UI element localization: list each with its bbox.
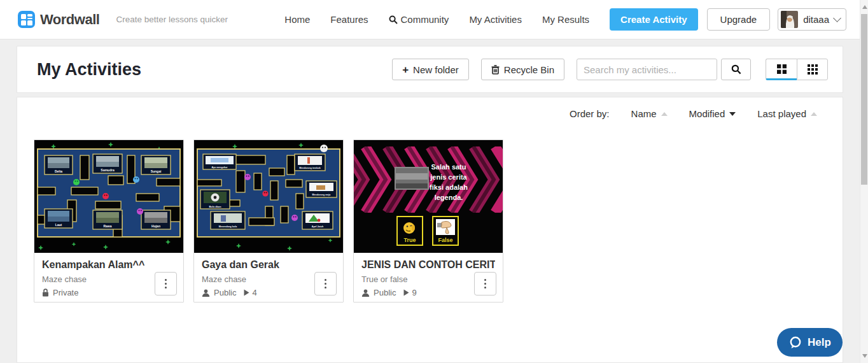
svg-text:Ayo mengukur: Ayo mengukur: [211, 166, 228, 169]
user-menu[interactable]: ditaaa: [778, 8, 846, 31]
play-count: 4: [244, 288, 256, 297]
page-header-panel: My Activities + New folder Recycle Bin: [17, 46, 843, 93]
create-activity-button[interactable]: Create Activity: [610, 8, 698, 31]
order-by-bar: Order by: Name Modified Last played: [570, 108, 817, 119]
activity-card-footer: Gaya dan Gerak Maze chase Public 4: [194, 253, 343, 302]
svg-text:Rawa: Rawa: [103, 224, 111, 228]
activity-options-button[interactable]: [474, 272, 496, 295]
chevron-down-icon: [833, 14, 841, 22]
svg-text:Delta: Delta: [55, 169, 62, 173]
svg-text:Samudra: Samudra: [101, 168, 115, 172]
svg-text:Laut: Laut: [55, 223, 62, 227]
plus-icon: +: [402, 64, 409, 75]
sort-asc-icon: [811, 112, 817, 116]
activity-options-button[interactable]: [314, 272, 337, 295]
order-by-label: Order by:: [570, 108, 610, 119]
sort-desc-icon: [729, 112, 736, 116]
nav-features[interactable]: Features: [330, 14, 368, 25]
svg-text:Mendorong meja: Mendorong meja: [312, 194, 332, 196]
visibility-label: Public: [374, 288, 396, 297]
svg-text:Sungai: Sungai: [151, 169, 162, 173]
scroll-down-arrow[interactable]: [862, 354, 867, 358]
new-folder-button[interactable]: + New folder: [392, 59, 469, 80]
grid-view-large-button[interactable]: [766, 59, 797, 80]
tagline: Create better lessons quicker: [116, 15, 228, 24]
page-title: My Activities: [37, 60, 141, 80]
activity-card-footer: Kenampakan Alam^^ Maze chase Private: [34, 253, 183, 302]
activity-card-grid: Delta Samudra Sungai Laut Ra: [34, 139, 503, 302]
recycle-bin-button[interactable]: Recycle Bin: [481, 59, 564, 80]
search-icon: [389, 15, 398, 24]
person-icon: [202, 289, 210, 297]
grid-3x3-icon: [808, 64, 818, 75]
sort-by-modified[interactable]: Modified: [689, 108, 736, 119]
wordwall-logo[interactable]: Wordwall: [18, 11, 99, 28]
activity-card-footer: JENIS DAN CONTOH CERITA ... True or fals…: [354, 253, 503, 302]
svg-text:False: False: [438, 237, 452, 243]
play-icon: [244, 289, 249, 296]
person-icon: [361, 289, 370, 297]
scroll-up-arrow[interactable]: [862, 5, 867, 9]
nav-my-activities[interactable]: My Activities: [469, 14, 522, 25]
activity-search: [577, 59, 751, 80]
upgrade-button[interactable]: Upgrade: [707, 8, 771, 31]
activity-thumbnail-maze[interactable]: Delta Samudra Sungai Laut Ra: [34, 140, 183, 253]
svg-text:Bola diam: Bola diam: [209, 205, 221, 208]
grid-2x2-icon: [777, 64, 787, 74]
svg-text:Apel Jatuh: Apel Jatuh: [312, 225, 323, 228]
scrollbar-thumb[interactable]: [861, 14, 867, 185]
svg-text:legenda.: legenda.: [435, 194, 463, 201]
svg-text:fiksi adalah: fiksi adalah: [430, 183, 468, 191]
visibility-label: Private: [53, 288, 78, 297]
search-input[interactable]: [577, 59, 717, 80]
main-nav: Home Features Community My Activities My…: [284, 14, 589, 25]
search-icon: [731, 64, 741, 75]
svg-text:True: True: [403, 237, 416, 243]
chat-bubble-icon: [788, 336, 802, 350]
brand-name: Wordwall: [40, 11, 99, 28]
play-icon: [403, 289, 409, 296]
trash-icon: [491, 65, 500, 75]
play-count: 9: [403, 288, 416, 297]
wordwall-logo-icon: [18, 11, 35, 28]
activity-title[interactable]: Gaya dan Gerak: [202, 259, 335, 271]
vertical-scrollbar[interactable]: [860, 0, 868, 363]
svg-text:jenis cerita: jenis cerita: [430, 173, 467, 181]
svg-text:Mendorong tembok: Mendorong tembok: [299, 167, 320, 169]
view-toggle-group: [766, 59, 828, 80]
nav-my-results[interactable]: My Results: [542, 14, 589, 25]
user-name: ditaaa: [803, 14, 829, 25]
nav-home[interactable]: Home: [284, 14, 310, 25]
lock-icon: [42, 288, 49, 297]
activity-title[interactable]: JENIS DAN CONTOH CERITA ...: [361, 259, 495, 271]
sort-asc-icon: [661, 112, 668, 116]
activity-card: Salah satu jenis cerita fiksi adalah leg…: [353, 139, 503, 302]
help-button[interactable]: Help: [777, 328, 843, 357]
activity-title[interactable]: Kenampakan Alam^^: [42, 259, 176, 271]
sort-by-name[interactable]: Name: [631, 108, 668, 119]
top-navigation-bar: Wordwall Create better lessons quicker H…: [0, 0, 868, 39]
search-button[interactable]: [721, 59, 751, 80]
sort-by-last-played[interactable]: Last played: [757, 108, 817, 119]
grid-view-small-button[interactable]: [797, 59, 828, 80]
activity-card: Ayo mengukur Mendorong tembok Bola diam …: [193, 139, 344, 302]
svg-text:Hujan: Hujan: [151, 224, 160, 228]
activities-panel: Order by: Name Modified Last played: [17, 97, 843, 363]
user-avatar: [781, 11, 798, 28]
activity-thumbnail-truefalse[interactable]: Salah satu jenis cerita fiksi adalah leg…: [354, 140, 503, 253]
activity-thumbnail-maze[interactable]: Ayo mengukur Mendorong tembok Bola diam …: [194, 140, 343, 253]
activity-options-button[interactable]: [155, 272, 177, 295]
nav-community[interactable]: Community: [389, 14, 449, 25]
activity-card: Delta Samudra Sungai Laut Ra: [34, 139, 184, 302]
visibility-label: Public: [214, 288, 236, 297]
svg-text:Menendang bola: Menendang bola: [219, 225, 237, 228]
svg-text:Salah satu: Salah satu: [431, 163, 466, 171]
